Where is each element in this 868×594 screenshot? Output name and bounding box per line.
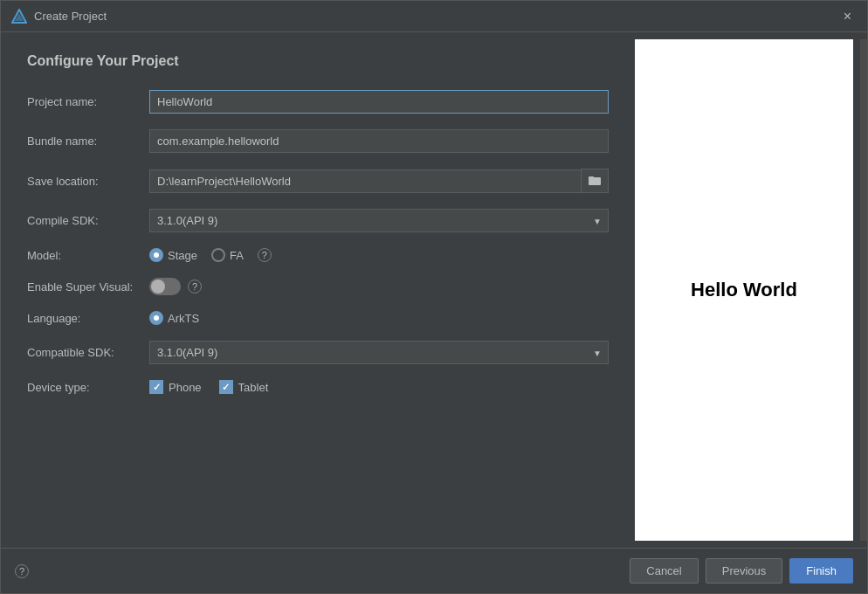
preview-panel: Hello World [635, 39, 853, 541]
finish-button[interactable]: Finish [789, 558, 853, 584]
form-panel: Configure Your Project Project name: Bun… [1, 32, 635, 548]
super-visual-help-icon[interactable]: ? [188, 280, 202, 294]
model-help-icon[interactable]: ? [258, 248, 272, 262]
bundle-name-label: Bundle name: [27, 135, 149, 148]
save-location-label: Save location: [27, 175, 149, 188]
folder-icon [589, 175, 601, 187]
save-location-input[interactable] [149, 169, 581, 193]
compile-sdk-control: 3.1.0(API 9) ▼ [149, 209, 609, 232]
language-row: Language: ArkTS [27, 311, 609, 325]
model-fa-radio[interactable] [211, 248, 225, 262]
language-control: ArkTS [149, 311, 609, 325]
device-tablet-option[interactable]: Tablet [219, 380, 269, 394]
device-tablet-checkbox[interactable] [219, 380, 233, 394]
project-name-label: Project name: [27, 95, 149, 108]
super-visual-row: Enable Super Visual: ? [27, 278, 609, 295]
model-fa-option[interactable]: FA [211, 248, 244, 262]
bundle-name-control [149, 129, 609, 153]
language-value: ArkTS [168, 312, 199, 325]
save-location-control [149, 169, 609, 193]
model-stage-label: Stage [168, 249, 197, 262]
compatible-sdk-control: 3.1.0(API 9) ▼ [149, 341, 609, 364]
super-visual-toggle[interactable] [149, 278, 181, 295]
preview-text: Hello World [691, 279, 797, 301]
model-control: Stage FA ? [149, 248, 609, 262]
model-stage-radio[interactable] [149, 248, 163, 262]
device-phone-checkbox[interactable] [149, 380, 163, 394]
previous-button[interactable]: Previous [706, 558, 783, 584]
model-row: Model: Stage FA ? [27, 248, 609, 262]
device-type-label: Device type: [27, 381, 149, 394]
footer-help-icon[interactable]: ? [15, 564, 29, 578]
super-visual-control: ? [149, 278, 609, 295]
scrollbar-track[interactable] [860, 39, 867, 541]
device-phone-option[interactable]: Phone [149, 380, 202, 394]
app-logo-icon [11, 9, 27, 24]
svg-rect-3 [589, 176, 594, 179]
model-fa-label: FA [230, 249, 244, 262]
cancel-button[interactable]: Cancel [630, 558, 698, 584]
device-type-row: Device type: Phone Tablet [27, 380, 609, 394]
save-location-row: Save location: [27, 169, 609, 193]
compatible-sdk-select[interactable]: 3.1.0(API 9) [149, 341, 609, 364]
super-visual-label: Enable Super Visual: [27, 280, 149, 294]
language-label: Language: [27, 312, 149, 325]
language-arkts-radio[interactable] [149, 311, 163, 325]
bundle-name-row: Bundle name: [27, 129, 609, 153]
project-name-row: Project name: [27, 90, 609, 114]
section-title: Configure Your Project [27, 53, 609, 69]
title-text: Create Project [34, 10, 107, 23]
close-button[interactable]: × [838, 8, 857, 25]
model-label: Model: [27, 249, 149, 262]
device-type-control: Phone Tablet [149, 380, 609, 394]
dialog-footer: ? Cancel Previous Finish [1, 548, 867, 593]
bundle-name-input[interactable] [149, 129, 609, 153]
device-tablet-label: Tablet [238, 381, 269, 394]
model-stage-option[interactable]: Stage [149, 248, 197, 262]
project-name-input[interactable] [149, 90, 609, 114]
right-section: Hello World [635, 32, 867, 548]
title-bar: Create Project × [1, 1, 867, 32]
device-phone-label: Phone [169, 381, 202, 394]
compile-sdk-label: Compile SDK: [27, 214, 149, 227]
compatible-sdk-label: Compatible SDK: [27, 346, 149, 359]
compile-sdk-select[interactable]: 3.1.0(API 9) [149, 209, 609, 232]
browse-folder-button[interactable] [581, 169, 609, 193]
project-name-control [149, 90, 609, 114]
compatible-sdk-row: Compatible SDK: 3.1.0(API 9) ▼ [27, 341, 609, 364]
compile-sdk-row: Compile SDK: 3.1.0(API 9) ▼ [27, 209, 609, 232]
